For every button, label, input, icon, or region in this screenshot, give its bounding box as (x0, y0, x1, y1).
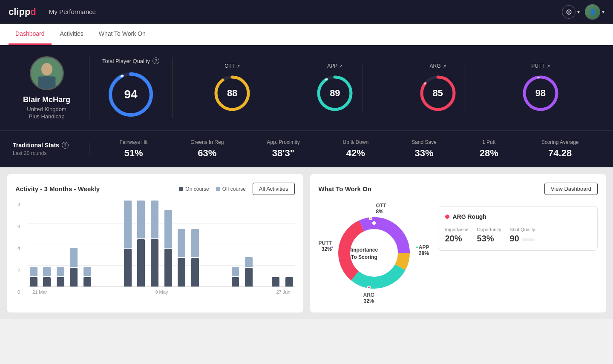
add-icon[interactable]: ⊕ (562, 5, 576, 19)
chart-area (28, 202, 295, 287)
stat-updown-label: Up & Down (343, 139, 369, 145)
bar-off-course (137, 201, 145, 238)
stat-proximity-label: App. Proximity (267, 139, 299, 145)
arg-circle: 85 (419, 74, 457, 112)
bar-stack (190, 229, 201, 287)
logo: clippd (9, 6, 36, 17)
metric-shot-quality: Shot Quality 90 (509, 227, 535, 244)
stat-fairways: Fairways Hit 51% (119, 139, 147, 159)
bar-stack (230, 267, 241, 287)
stat-proximity-value: 38'3" (267, 148, 299, 159)
info-icon[interactable]: ? (153, 57, 159, 64)
bar-stack (270, 276, 281, 287)
app-value: 89 (330, 88, 340, 99)
player-country: United Kingdom (27, 106, 66, 112)
bar-stack (149, 201, 160, 287)
bar-group (243, 202, 254, 287)
app-score: APP ↗ 89 (307, 63, 363, 112)
legend-off-course-dot (216, 187, 220, 191)
bar-group (230, 202, 241, 287)
bar-on-course (124, 249, 132, 287)
bar-on-course (285, 277, 293, 287)
activity-panel: Activity - 3 Months - Weekly On course O… (7, 174, 303, 312)
bar-group (122, 202, 133, 287)
bar-on-course (83, 277, 91, 287)
bar-on-course (43, 277, 51, 287)
bar-on-course (151, 239, 158, 287)
stat-gir: Greens In Reg 63% (190, 139, 224, 159)
add-dropdown-arrow: ▾ (577, 9, 580, 15)
stat-oneputt-value: 28% (480, 148, 498, 159)
putt-score: PUTT ↗ 98 (513, 63, 568, 112)
metric-opportunity: Opportunity 53% (477, 227, 501, 244)
app-trend: ↗ (339, 64, 342, 69)
donut-center-text: Importance To Scoring (351, 246, 378, 261)
metric-shot-quality-value: 90 (509, 234, 519, 244)
bar-group (149, 202, 160, 287)
stat-sandsave-label: Sand Save (412, 139, 437, 145)
legend-on-course: On course (179, 186, 209, 192)
hero-section: Blair McHarg United Kingdom Plus Handica… (0, 45, 613, 130)
bar-group (95, 202, 106, 287)
header-title: My Performance (49, 8, 562, 15)
bar-stack (136, 201, 147, 287)
svg-rect-3 (38, 76, 55, 89)
stat-fairways-value: 51% (119, 148, 147, 159)
stat-oneputt-label: 1 Putt (480, 139, 498, 145)
bar-stack (42, 267, 53, 287)
trad-stats-subtitle: Last 20 rounds (13, 150, 81, 156)
bar-on-course (245, 268, 253, 287)
bar-group (69, 202, 80, 287)
ott-value: 88 (227, 88, 237, 99)
card-dot (445, 215, 449, 219)
trad-info-icon[interactable]: ? (62, 142, 69, 149)
tab-dashboard[interactable]: Dashboard (9, 24, 52, 45)
bar-group (270, 202, 281, 287)
bar-group (55, 202, 66, 287)
all-activities-button[interactable]: All Activities (253, 183, 295, 195)
chart-legend: On course Off course (179, 186, 246, 192)
bar-off-course (57, 267, 64, 276)
putt-label: PUTT ↗ (531, 63, 550, 69)
stat-proximity: App. Proximity 38'3" (267, 139, 299, 159)
tab-activities[interactable]: Activities (53, 24, 90, 45)
donut-chart-wrapper: OTT 8% PUTT 32% APP 28% ARG (319, 202, 429, 304)
arg-value: 85 (432, 88, 443, 99)
app-label: APP ↗ (327, 63, 342, 69)
arg-label: ARG ↗ (430, 63, 446, 69)
bar-group (163, 202, 174, 287)
stat-updown-value: 42% (343, 148, 369, 159)
stat-gir-label: Greens In Reg (190, 139, 224, 145)
bar-stack (284, 276, 295, 287)
bar-group (176, 202, 187, 287)
total-score-value: 94 (124, 88, 137, 101)
metric-shot-quality-label: Shot Quality (509, 227, 535, 232)
add-button[interactable]: ⊕ ▾ (562, 5, 580, 19)
bar-group (136, 202, 147, 287)
bar-on-course (70, 268, 78, 287)
tab-what-to-work-on[interactable]: What To Work On (92, 24, 153, 45)
bar-off-course (164, 210, 172, 248)
work-on-panel-header: What To Work On View Dashboard (319, 183, 598, 195)
total-score-circle: 94 (107, 71, 154, 118)
y-axis: 8 6 4 2 0 (17, 202, 20, 295)
bar-on-course (57, 277, 64, 287)
stat-sandsave: Sand Save 33% (412, 139, 437, 159)
stat-updown: Up & Down 42% (343, 139, 369, 159)
avatar[interactable]: 👤 (585, 4, 600, 20)
player-avatar (30, 56, 64, 90)
bar-off-course (83, 267, 91, 276)
header-actions: ⊕ ▾ 👤 ▾ (562, 4, 604, 20)
profile-menu[interactable]: 👤 ▾ (585, 4, 604, 20)
work-on-card-area: ARG Rough Importance 20% Opportunity 53%… (438, 202, 598, 251)
stat-gir-value: 63% (190, 148, 224, 159)
player-handicap: Plus Handicap (29, 113, 65, 120)
score-group: OTT ↗ 88 APP ↗ (173, 63, 600, 112)
work-on-card: ARG Rough Importance 20% Opportunity 53%… (438, 206, 598, 251)
bar-off-course (191, 229, 199, 258)
bottom-panels: Activity - 3 Months - Weekly On course O… (0, 167, 613, 319)
putt-dot (331, 246, 334, 249)
view-dashboard-button[interactable]: View Dashboard (544, 183, 598, 195)
bar-on-course (178, 258, 185, 287)
ott-dot (369, 217, 372, 220)
